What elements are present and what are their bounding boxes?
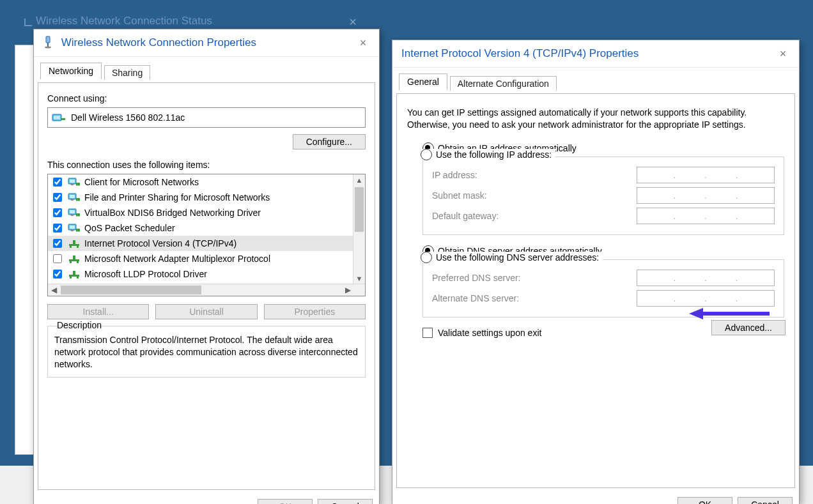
preferred-dns-input: ... [637, 270, 775, 286]
ip-explain-text: You can get IP settings assigned automat… [407, 107, 784, 131]
svg-rect-4 [54, 116, 60, 119]
item-checkbox[interactable] [53, 178, 62, 187]
svg-rect-30 [69, 275, 79, 277]
svg-rect-20 [76, 229, 80, 232]
description-text: Transmission Control Protocol/Internet P… [54, 334, 359, 370]
cancel-button[interactable]: Cancel [738, 497, 793, 504]
description-label: Description [54, 320, 104, 330]
svg-rect-1 [47, 43, 49, 47]
item-label: Internet Protocol Version 4 (TCP/IPv4) [84, 238, 236, 248]
connection-properties-dialog: Wireless Network Connection Properties ×… [33, 29, 380, 504]
tab-sharing[interactable]: Sharing [104, 65, 150, 80]
item-label: QoS Packet Scheduler [84, 223, 175, 233]
item-checkbox[interactable] [53, 239, 62, 248]
uninstall-button[interactable]: Uninstall [155, 304, 257, 319]
svg-rect-11 [70, 195, 75, 198]
network-client-icon [68, 177, 81, 187]
item-checkbox[interactable] [53, 270, 62, 279]
dialog-title: Wireless Network Connection Properties [61, 36, 256, 49]
horizontal-scrollbar[interactable]: ◀ ▶ [48, 284, 365, 296]
adapter-selector[interactable]: Dell Wireless 1560 802.11ac [47, 107, 366, 128]
list-item[interactable]: Client for Microsoft Networks [48, 174, 365, 190]
svg-rect-13 [71, 199, 74, 201]
default-gateway-input: ... [637, 208, 775, 224]
tab-alternate-configuration[interactable]: Alternate Configuration [450, 76, 557, 91]
svg-rect-12 [76, 198, 80, 201]
validate-settings-label: Validate settings upon exit [438, 328, 541, 338]
svg-rect-31 [73, 271, 75, 275]
svg-rect-7 [70, 179, 75, 183]
item-checkbox[interactable] [53, 254, 62, 263]
item-label: Microsoft Network Adapter Multiplexor Pr… [84, 254, 270, 264]
adapter-name: Dell Wireless 1560 802.11ac [71, 108, 185, 127]
tabs: Networking Sharing [36, 62, 379, 82]
subnet-mask-label: Subnet mask: [432, 190, 637, 201]
properties-button[interactable]: Properties [264, 304, 366, 319]
item-label: File and Printer Sharing for Microsoft N… [84, 192, 270, 202]
svg-rect-19 [70, 225, 75, 229]
ip-address-input: ... [637, 167, 775, 183]
svg-rect-5 [61, 118, 65, 120]
network-client-icon [68, 208, 81, 218]
ip-address-label: IP address: [432, 170, 637, 180]
svg-rect-25 [77, 246, 79, 248]
ok-button[interactable]: OK [258, 499, 313, 504]
tab-general[interactable]: General [399, 73, 447, 90]
list-item[interactable]: File and Printer Sharing for Microsoft N… [48, 190, 365, 205]
svg-rect-28 [70, 261, 72, 263]
scroll-right-icon[interactable]: ▶ [342, 284, 353, 296]
ok-button[interactable]: OK [678, 497, 732, 504]
alternate-dns-label: Alternate DNS server: [432, 293, 637, 303]
list-item[interactable]: Microsoft LLDP Protocol Driver [48, 266, 365, 282]
svg-rect-23 [73, 240, 75, 244]
connection-items-list[interactable]: Client for Microsoft Networks File and P… [47, 174, 366, 296]
scroll-thumb[interactable] [355, 187, 364, 232]
svg-rect-26 [69, 259, 79, 261]
dialog-title: Internet Protocol Version 4 (TCP/IPv4) P… [401, 47, 639, 59]
advanced-button[interactable]: Advanced... [711, 320, 786, 335]
list-item[interactable]: Internet Protocol Version 4 (TCP/IPv4) [48, 236, 365, 251]
list-item[interactable]: VirtualBox NDIS6 Bridged Networking Driv… [48, 205, 365, 220]
validate-settings-checkbox[interactable] [422, 328, 433, 338]
use-dns-manual-label: Use the following DNS server addresses: [436, 252, 599, 263]
item-checkbox[interactable] [53, 193, 62, 202]
dialog-titlebar[interactable]: Internet Protocol Version 4 (TCP/IPv4) P… [392, 40, 799, 68]
network-adapter-icon [43, 36, 54, 49]
default-gateway-label: Default gateway: [432, 211, 637, 221]
radio-use-dns-manual[interactable] [421, 252, 432, 263]
item-checkbox[interactable] [53, 224, 62, 233]
item-label: Microsoft LLDP Protocol Driver [84, 269, 207, 279]
scroll-left-icon[interactable]: ◀ [48, 284, 59, 296]
list-item[interactable]: QoS Packet Scheduler [48, 220, 365, 236]
status-window-label: Wireless Network Connection Status [18, 15, 212, 27]
svg-rect-29 [77, 261, 79, 263]
scroll-down-icon[interactable]: ▼ [353, 273, 365, 284]
configure-button[interactable]: Configure... [293, 134, 366, 149]
svg-point-2 [45, 46, 51, 48]
svg-rect-17 [71, 215, 74, 216]
radio-use-ip-manual[interactable] [421, 149, 432, 160]
list-item[interactable]: Microsoft Network Adapter Multiplexor Pr… [48, 251, 365, 266]
alternate-dns-input: ... [637, 290, 775, 307]
protocol-icon [68, 254, 81, 264]
vertical-scrollbar[interactable]: ▲ ▼ [353, 174, 365, 284]
items-label: This connection uses the following items… [47, 160, 366, 170]
protocol-icon [68, 238, 81, 248]
protocol-icon [68, 269, 81, 279]
close-icon[interactable]: × [349, 15, 357, 29]
scroll-thumb[interactable] [61, 286, 201, 294]
dialog-titlebar[interactable]: Wireless Network Connection Properties × [34, 29, 379, 57]
svg-rect-22 [69, 244, 79, 246]
close-icon[interactable]: × [355, 34, 371, 51]
close-icon[interactable]: × [775, 45, 791, 62]
tab-networking[interactable]: Networking [40, 63, 102, 79]
svg-rect-9 [71, 184, 74, 185]
scroll-up-icon[interactable]: ▲ [353, 174, 365, 186]
tabs: General Alternate Configuration [395, 73, 799, 93]
item-checkbox[interactable] [53, 208, 62, 217]
svg-rect-16 [76, 213, 80, 217]
install-button[interactable]: Install... [47, 304, 149, 319]
network-client-icon [68, 192, 81, 202]
cancel-button[interactable]: Cancel [318, 499, 373, 504]
item-label: Client for Microsoft Networks [84, 177, 199, 187]
